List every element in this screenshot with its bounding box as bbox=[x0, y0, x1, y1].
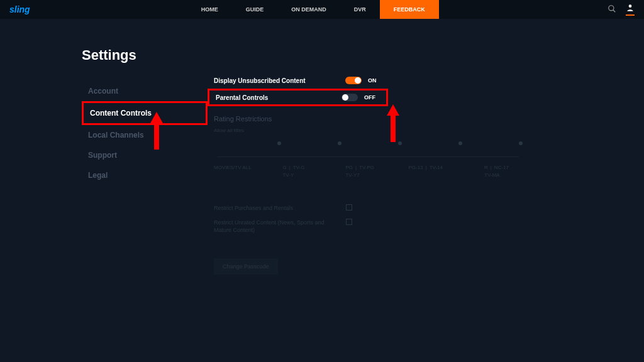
rating-restrictions-heading: Rating Restrictions bbox=[214, 115, 600, 123]
restrict-purchases-row: Restrict Purchases and Rentals bbox=[214, 204, 600, 212]
user-active-indicator bbox=[626, 14, 635, 16]
page-title: Settings bbox=[82, 47, 208, 63]
restrict-purchases-label: Restrict Purchases and Rentals bbox=[214, 204, 340, 212]
annotation-arrow-left bbox=[147, 112, 166, 150]
slider-dot bbox=[277, 141, 281, 145]
rating-tvg: TV-G bbox=[293, 165, 305, 170]
rating-col: R | NC-17 TV-MA bbox=[484, 165, 541, 178]
svg-point-0 bbox=[609, 5, 614, 10]
restrict-unrated-checkbox[interactable] bbox=[346, 219, 352, 225]
rating-tvy: TV-Y bbox=[282, 172, 345, 178]
rating-tvpg: TV-PG bbox=[359, 165, 374, 170]
toggle-state: OFF bbox=[364, 94, 380, 101]
logo: sling bbox=[9, 4, 30, 14]
svg-point-2 bbox=[629, 4, 632, 8]
restrict-purchases-checkbox[interactable] bbox=[346, 204, 352, 211]
rating-g: G bbox=[282, 165, 286, 170]
restrict-unrated-label: Restrict Unrated Content (News, Sports a… bbox=[214, 219, 340, 234]
rating-col: PG | TV-PG TV-Y7 bbox=[345, 165, 408, 178]
sidebar-item-account[interactable]: Account bbox=[82, 81, 208, 101]
rating-r: R bbox=[484, 165, 488, 170]
setting-display-unsubscribed: Display Unsubscribed Content ON bbox=[208, 74, 390, 87]
app-header: sling HOME GUIDE ON DEMAND DVR FEEDBACK bbox=[0, 0, 644, 19]
header-right bbox=[608, 3, 635, 16]
rating-col: G | TV-G TV-Y bbox=[282, 165, 345, 178]
nav-home[interactable]: HOME bbox=[187, 0, 232, 19]
rating-pg: PG bbox=[345, 165, 353, 170]
toggle-display-unsubscribed[interactable] bbox=[345, 77, 362, 84]
annotation-arrow-right bbox=[384, 104, 402, 142]
ratings-row: MOVIES/TV ALL G | TV-G TV-Y PG | TV-PG T… bbox=[214, 165, 541, 178]
nav-center: HOME GUIDE ON DEMAND DVR FEEDBACK bbox=[187, 0, 439, 19]
slider-dot bbox=[458, 141, 462, 145]
rating-tvma: TV-MA bbox=[484, 172, 541, 178]
rating-tv14: TV-14 bbox=[430, 165, 443, 170]
settings-content: Display Unsubscribed Content ON Parental… bbox=[208, 47, 644, 292]
sidebar-item-local-channels[interactable]: Local Channels bbox=[82, 125, 208, 145]
slider-dot bbox=[519, 141, 523, 145]
rating-nc17: NC-17 bbox=[494, 165, 509, 170]
movies-tv-label: MOVIES/TV ALL bbox=[214, 165, 282, 178]
nav-guide[interactable]: GUIDE bbox=[232, 0, 278, 19]
change-passcode-button[interactable]: Change Passcode bbox=[214, 258, 278, 275]
setting-parental-controls: Parental Controls OFF bbox=[208, 89, 388, 106]
svg-line-1 bbox=[613, 9, 616, 12]
sidebar-item-content-controls[interactable]: Content Controls bbox=[82, 101, 208, 125]
user-icon bbox=[626, 3, 635, 14]
toggle-parental-controls[interactable] bbox=[341, 94, 358, 101]
setting-label: Display Unsubscribed Content bbox=[214, 77, 306, 84]
settings-sidebar: Settings Account Content Controls Local … bbox=[82, 47, 208, 292]
toggle-state: ON bbox=[368, 77, 384, 84]
main-content: Settings Account Content Controls Local … bbox=[0, 19, 644, 292]
nav-ondemand[interactable]: ON DEMAND bbox=[277, 0, 340, 19]
nav-dvr[interactable]: DVR bbox=[340, 0, 380, 19]
slider-dot bbox=[338, 141, 341, 145]
rating-col: PG-13 | TV-14 bbox=[408, 165, 484, 178]
rating-slider[interactable] bbox=[217, 138, 519, 157]
sidebar-item-legal[interactable]: Legal bbox=[82, 165, 208, 185]
allow-all-label: Allow all titles bbox=[214, 128, 600, 133]
sidebar-item-support[interactable]: Support bbox=[82, 145, 208, 165]
nav-feedback[interactable]: FEEDBACK bbox=[380, 0, 439, 19]
setting-label: Parental Controls bbox=[216, 94, 268, 101]
rating-tvy7: TV-Y7 bbox=[345, 172, 408, 178]
user-icon-wrap[interactable] bbox=[626, 3, 635, 16]
search-icon[interactable] bbox=[608, 4, 616, 15]
restrict-unrated-row: Restrict Unrated Content (News, Sports a… bbox=[214, 219, 600, 234]
rating-pg13: PG-13 bbox=[408, 165, 423, 170]
